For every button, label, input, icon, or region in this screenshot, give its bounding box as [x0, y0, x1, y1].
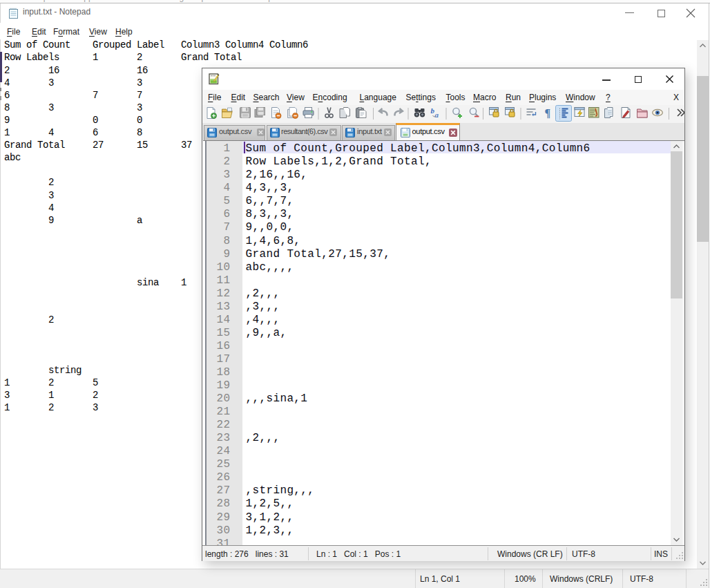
svg-text:¶: ¶ [545, 107, 551, 119]
svg-text:a: a [435, 111, 439, 119]
